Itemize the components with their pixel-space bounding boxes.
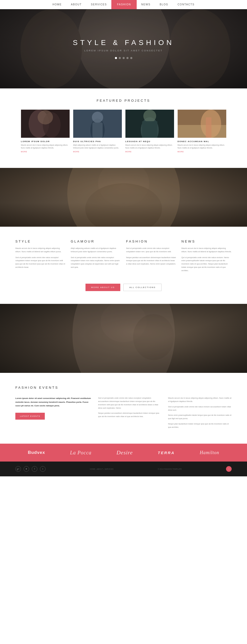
- svg-rect-14: [142, 121, 157, 138]
- project-title-2: DUIS ULTRICIES PHA: [73, 140, 122, 143]
- brands-banner: Budvex La Pocca Desire TERRA Hamilton: [0, 444, 247, 462]
- project-text-1: Mauris accum dui in lacus edipcing aliqu…: [21, 144, 70, 149]
- events-col3-text3: Nemo enim praemuptitudim tatute terque i…: [168, 414, 232, 420]
- col-glamour-text2: Sed ut perspiciatis unde omnis iste natu…: [71, 256, 121, 269]
- project-title-3: LESUADA AT NEQU: [125, 140, 174, 143]
- nav-news[interactable]: NEWS: [137, 0, 155, 9]
- brand-hamilton: Hamilton: [200, 450, 219, 455]
- col-style-text1: Mauris accum dui in lacus edipcing aliqu…: [15, 247, 66, 254]
- events-col2-text1: Sed ut perspiciatis unde omnis iste natu…: [98, 397, 162, 410]
- brand-budvex: Budvex: [28, 450, 45, 455]
- hero-section: STYLE & FASHION LOREM IPSUM DOLOR SIT AM…: [0, 9, 247, 88]
- col-news-title: NEWS: [181, 239, 232, 243]
- project-title-1: LOREM IPSUM DOLOR: [21, 140, 70, 143]
- hero-dot-5[interactable]: [130, 57, 132, 59]
- featured-section: FEATURED PROJECTS LOREM IPSUM DOLOR Maur…: [0, 88, 247, 168]
- svg-point-6: [38, 110, 53, 124]
- events-grid: Lorem ipsum dolor sit amet consectetuer …: [15, 397, 232, 431]
- latest-events-button[interactable]: LATEST EVENTS: [15, 413, 45, 420]
- main-nav: HOME ABOUT SERVICES FASHION NEWS BLOG CO…: [0, 0, 247, 9]
- events-title: FASHION EVENTS: [15, 386, 232, 389]
- col-glamour: GLAMOUR Aliqh adipscing adsum mattis at …: [71, 239, 121, 275]
- col-fashion: FASHION Sed ut perspiciatis unde omnis i…: [126, 239, 176, 275]
- events-col3: Mauris accum dui in lacus edipcing aliqu…: [168, 397, 232, 431]
- col-news: NEWS Mauris accum dui in lacus edipcing …: [181, 239, 232, 275]
- nav-blog[interactable]: BLOG: [155, 0, 173, 9]
- columns-section: STYLE Mauris accum dui in lacus edipcing…: [0, 227, 247, 304]
- columns-buttons: MORE ABOUT US ALL COLLECTIONS: [15, 284, 232, 291]
- col-fashion-text1: Sed ut perspiciatis unde omnis iste natu…: [126, 247, 176, 254]
- project-more-2[interactable]: MORE: [73, 151, 122, 153]
- events-main-text: Lorem ipsum dolor sit amet consectetuer …: [15, 397, 92, 408]
- hero-dots: [115, 57, 132, 59]
- nav-fashion[interactable]: FASHION: [111, 0, 136, 9]
- project-title-4: DONEC ACCUMSAN MAL: [178, 140, 226, 143]
- svg-rect-19: [206, 117, 211, 138]
- svg-point-2: [169, 9, 230, 88]
- svg-point-25: [133, 314, 174, 360]
- project-card-4: DONEC ACCUMSAN MAL Mauris accum dui in l…: [178, 110, 226, 153]
- svg-point-9: [92, 112, 103, 123]
- columns-grid: STYLE Mauris accum dui in lacus edipcing…: [15, 239, 232, 275]
- nav-contacts[interactable]: CONTACTS: [173, 0, 199, 9]
- col-style-title: STYLE: [15, 239, 66, 243]
- project-card-3: LESUADA AT NEQU Mauris accum dui in lacu…: [125, 110, 174, 153]
- hero-dot-4[interactable]: [126, 57, 128, 59]
- events-col3-text2: Sed ut perspiciatis unde omnis iste natu…: [168, 405, 232, 412]
- social-twitter[interactable]: t: [40, 466, 46, 472]
- project-more-1[interactable]: MORE: [21, 151, 70, 153]
- hero-dot-1[interactable]: [115, 57, 117, 59]
- parallax-banner-1: [0, 168, 247, 227]
- projects-grid: LOREM IPSUM DOLOR Mauris accum dui in la…: [15, 110, 232, 153]
- col-fashion-title: FASHION: [126, 239, 176, 243]
- project-image-2: [73, 110, 122, 138]
- more-about-us-button[interactable]: MORE ABOUT US: [85, 284, 121, 291]
- project-image-4: [178, 110, 226, 138]
- featured-title: FEATURED PROJECTS: [15, 99, 232, 102]
- project-more-4[interactable]: MORE: [178, 151, 226, 153]
- project-text-3: Mauris accum dui in lacus edipcing aliqu…: [125, 144, 174, 149]
- col-style-text2: Sed ut perspiciatis unde omnis iste natu…: [15, 256, 66, 269]
- project-image-1: [21, 110, 70, 138]
- project-text-4: Mauris accum dui in lacus edipcing aliqu…: [178, 144, 226, 149]
- footer-social: g+ ♥ f t: [15, 466, 46, 472]
- banner1-image: [0, 168, 247, 227]
- social-facebook[interactable]: f: [32, 466, 37, 472]
- hero-dot-3[interactable]: [123, 57, 125, 59]
- parallax-banner-2: [0, 304, 247, 373]
- banner2-image: [0, 304, 247, 373]
- col-style: STYLE Mauris accum dui in lacus edipcing…: [15, 239, 66, 275]
- social-google-plus[interactable]: g+: [15, 466, 21, 472]
- all-collections-button[interactable]: ALL COLLECTIONS: [123, 284, 162, 291]
- events-col3-text4: Neque piae laudantium totate rereque ips…: [168, 422, 232, 429]
- brand-desire: Desire: [116, 449, 133, 456]
- project-more-3[interactable]: MORE: [125, 151, 174, 153]
- footer-center-text: HOME • ABOUT • SERVICES: [90, 468, 114, 470]
- brand-terra: TERRA: [158, 451, 175, 455]
- hero-dot-2[interactable]: [119, 57, 121, 59]
- nav-home[interactable]: HOME: [48, 0, 66, 9]
- col-news-text1: Mauris accum dui in lacus edipcing aliqu…: [181, 247, 232, 254]
- hero-subtitle: LOREM IPSUM DOLOR SIT AMET CONSECTET: [73, 49, 174, 52]
- svg-point-13: [143, 110, 156, 122]
- svg-rect-10: [92, 122, 103, 138]
- footer: g+ ♥ f t HOME • ABOUT • SERVICES © 2014 …: [0, 462, 247, 476]
- footer-up-button[interactable]: ↑: [226, 466, 232, 472]
- project-card-2: DUIS ULTRICIES PHA Aliqh adipscing adsum…: [73, 110, 122, 153]
- events-col2-text2: Neque pariatur accusantium doloremque la…: [98, 412, 162, 418]
- col-glamour-text1: Aliqh adipscing adsum mattis at ut ligul…: [71, 247, 121, 254]
- project-image-3: [125, 110, 174, 138]
- nav-about[interactable]: ABOUT: [66, 0, 86, 9]
- social-pinterest[interactable]: ♥: [24, 466, 29, 472]
- project-card-1: LOREM IPSUM DOLOR Mauris accum dui in la…: [21, 110, 70, 153]
- events-main-col: Lorem ipsum dolor sit amet consectetuer …: [15, 397, 92, 431]
- hero-title: STYLE & FASHION: [73, 39, 174, 47]
- col-news-text2: Qut ut perspiciatis unde omnis iste natu…: [181, 256, 232, 272]
- events-main-strong: Lorem ipsum dolor sit amet consectetuer …: [15, 397, 91, 407]
- col-glamour-title: GLAMOUR: [71, 239, 121, 243]
- events-section: FASHION EVENTS Lorem ipsum dolor sit ame…: [0, 373, 247, 444]
- nav-services[interactable]: SERVICES: [86, 0, 111, 9]
- footer-copyright: © 2014 FASHION TEMPLATE: [158, 468, 182, 470]
- events-col2: Sed ut perspiciatis unde omnis iste natu…: [98, 397, 162, 431]
- brand-lapocca: La Pocca: [70, 450, 92, 456]
